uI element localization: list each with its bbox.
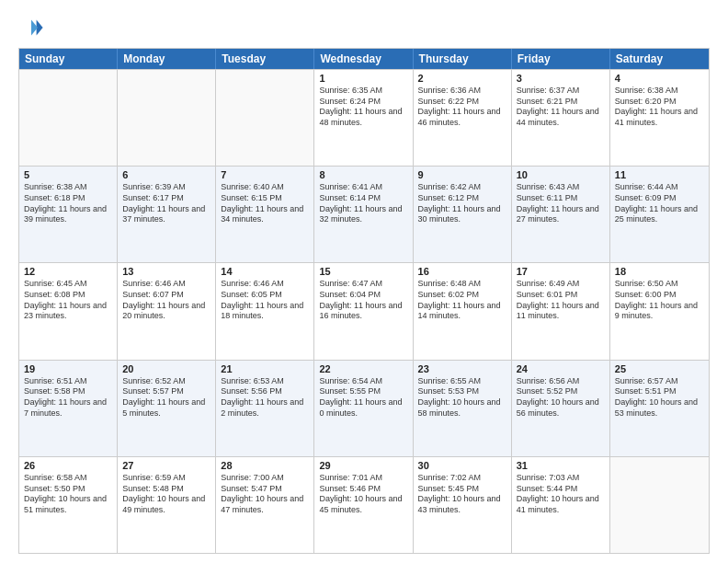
empty-cell bbox=[19, 70, 118, 166]
logo-icon bbox=[18, 15, 44, 40]
day-number: 12 bbox=[24, 266, 112, 277]
day-number: 14 bbox=[221, 266, 309, 277]
day-number: 31 bbox=[517, 460, 605, 471]
cell-details: Sunrise: 6:48 AM Sunset: 6:02 PM Dayligh… bbox=[418, 279, 506, 322]
cell-details: Sunrise: 7:00 AM Sunset: 5:47 PM Dayligh… bbox=[221, 473, 309, 516]
day-cell-10: 10Sunrise: 6:43 AM Sunset: 6:11 PM Dayli… bbox=[512, 167, 610, 262]
header-day-thursday: Thursday bbox=[414, 49, 512, 69]
calendar-row-4: 26Sunrise: 6:58 AM Sunset: 5:50 PM Dayli… bbox=[19, 456, 709, 553]
cell-details: Sunrise: 6:59 AM Sunset: 5:48 PM Dayligh… bbox=[122, 473, 210, 516]
day-cell-6: 6Sunrise: 6:39 AM Sunset: 6:17 PM Daylig… bbox=[118, 167, 216, 262]
day-cell-23: 23Sunrise: 6:55 AM Sunset: 5:53 PM Dayli… bbox=[414, 361, 512, 456]
day-number: 16 bbox=[418, 266, 506, 277]
calendar-row-0: 1Sunrise: 6:35 AM Sunset: 6:24 PM Daylig… bbox=[19, 69, 709, 166]
day-cell-28: 28Sunrise: 7:00 AM Sunset: 5:47 PM Dayli… bbox=[216, 457, 314, 553]
day-cell-31: 31Sunrise: 7:03 AM Sunset: 5:44 PM Dayli… bbox=[512, 457, 610, 553]
cell-details: Sunrise: 6:35 AM Sunset: 6:24 PM Dayligh… bbox=[319, 86, 407, 129]
cell-details: Sunrise: 6:58 AM Sunset: 5:50 PM Dayligh… bbox=[24, 473, 112, 516]
header bbox=[18, 15, 710, 40]
cell-details: Sunrise: 6:52 AM Sunset: 5:57 PM Dayligh… bbox=[122, 376, 210, 419]
day-cell-16: 16Sunrise: 6:48 AM Sunset: 6:02 PM Dayli… bbox=[414, 263, 512, 359]
header-day-tuesday: Tuesday bbox=[216, 49, 314, 69]
day-number: 22 bbox=[319, 363, 407, 374]
day-cell-17: 17Sunrise: 6:49 AM Sunset: 6:01 PM Dayli… bbox=[512, 263, 610, 359]
day-number: 7 bbox=[221, 169, 309, 180]
day-cell-8: 8Sunrise: 6:41 AM Sunset: 6:14 PM Daylig… bbox=[314, 167, 413, 262]
calendar-body: 1Sunrise: 6:35 AM Sunset: 6:24 PM Daylig… bbox=[19, 69, 709, 553]
day-number: 5 bbox=[24, 169, 112, 180]
day-number: 13 bbox=[122, 266, 210, 277]
calendar: SundayMondayTuesdayWednesdayThursdayFrid… bbox=[18, 48, 710, 554]
cell-details: Sunrise: 6:55 AM Sunset: 5:53 PM Dayligh… bbox=[418, 376, 506, 419]
day-cell-18: 18Sunrise: 6:50 AM Sunset: 6:00 PM Dayli… bbox=[610, 263, 709, 359]
header-day-saturday: Saturday bbox=[610, 49, 709, 69]
cell-details: Sunrise: 6:56 AM Sunset: 5:52 PM Dayligh… bbox=[517, 376, 605, 419]
header-day-wednesday: Wednesday bbox=[314, 49, 413, 69]
logo bbox=[18, 15, 48, 40]
day-cell-7: 7Sunrise: 6:40 AM Sunset: 6:15 PM Daylig… bbox=[216, 167, 314, 262]
day-number: 30 bbox=[418, 460, 506, 471]
cell-details: Sunrise: 6:51 AM Sunset: 5:58 PM Dayligh… bbox=[24, 376, 112, 419]
day-number: 1 bbox=[319, 73, 407, 84]
cell-details: Sunrise: 6:44 AM Sunset: 6:09 PM Dayligh… bbox=[615, 182, 704, 225]
day-number: 23 bbox=[418, 363, 506, 374]
cell-details: Sunrise: 6:38 AM Sunset: 6:20 PM Dayligh… bbox=[615, 86, 704, 129]
day-cell-4: 4Sunrise: 6:38 AM Sunset: 6:20 PM Daylig… bbox=[610, 70, 709, 166]
day-cell-27: 27Sunrise: 6:59 AM Sunset: 5:48 PM Dayli… bbox=[118, 457, 216, 553]
day-cell-22: 22Sunrise: 6:54 AM Sunset: 5:55 PM Dayli… bbox=[314, 361, 413, 456]
cell-details: Sunrise: 6:41 AM Sunset: 6:14 PM Dayligh… bbox=[319, 182, 407, 225]
cell-details: Sunrise: 6:50 AM Sunset: 6:00 PM Dayligh… bbox=[615, 279, 704, 322]
day-cell-13: 13Sunrise: 6:46 AM Sunset: 6:07 PM Dayli… bbox=[118, 263, 216, 359]
empty-cell bbox=[118, 70, 216, 166]
cell-details: Sunrise: 6:42 AM Sunset: 6:12 PM Dayligh… bbox=[418, 182, 506, 225]
header-day-friday: Friday bbox=[512, 49, 610, 69]
cell-details: Sunrise: 6:36 AM Sunset: 6:22 PM Dayligh… bbox=[418, 86, 506, 129]
day-number: 27 bbox=[122, 460, 210, 471]
header-day-sunday: Sunday bbox=[19, 49, 118, 69]
day-cell-29: 29Sunrise: 7:01 AM Sunset: 5:46 PM Dayli… bbox=[314, 457, 413, 553]
cell-details: Sunrise: 6:49 AM Sunset: 6:01 PM Dayligh… bbox=[517, 279, 605, 322]
day-cell-1: 1Sunrise: 6:35 AM Sunset: 6:24 PM Daylig… bbox=[314, 70, 413, 166]
day-number: 3 bbox=[517, 73, 605, 84]
cell-details: Sunrise: 7:01 AM Sunset: 5:46 PM Dayligh… bbox=[319, 473, 407, 516]
day-cell-30: 30Sunrise: 7:02 AM Sunset: 5:45 PM Dayli… bbox=[414, 457, 512, 553]
day-cell-9: 9Sunrise: 6:42 AM Sunset: 6:12 PM Daylig… bbox=[414, 167, 512, 262]
cell-details: Sunrise: 6:37 AM Sunset: 6:21 PM Dayligh… bbox=[517, 86, 605, 129]
cell-details: Sunrise: 6:43 AM Sunset: 6:11 PM Dayligh… bbox=[517, 182, 605, 225]
day-cell-19: 19Sunrise: 6:51 AM Sunset: 5:58 PM Dayli… bbox=[19, 361, 118, 456]
cell-details: Sunrise: 6:46 AM Sunset: 6:07 PM Dayligh… bbox=[122, 279, 210, 322]
day-cell-25: 25Sunrise: 6:57 AM Sunset: 5:51 PM Dayli… bbox=[610, 361, 709, 456]
day-cell-12: 12Sunrise: 6:45 AM Sunset: 6:08 PM Dayli… bbox=[19, 263, 118, 359]
empty-cell bbox=[610, 457, 709, 553]
day-number: 29 bbox=[319, 460, 407, 471]
day-cell-26: 26Sunrise: 6:58 AM Sunset: 5:50 PM Dayli… bbox=[19, 457, 118, 553]
day-number: 28 bbox=[221, 460, 309, 471]
cell-details: Sunrise: 6:40 AM Sunset: 6:15 PM Dayligh… bbox=[221, 182, 309, 225]
day-number: 26 bbox=[24, 460, 112, 471]
cell-details: Sunrise: 6:57 AM Sunset: 5:51 PM Dayligh… bbox=[615, 376, 704, 419]
day-number: 17 bbox=[517, 266, 605, 277]
day-number: 20 bbox=[122, 363, 210, 374]
empty-cell bbox=[216, 70, 314, 166]
page: SundayMondayTuesdayWednesdayThursdayFrid… bbox=[0, 0, 728, 563]
calendar-row-3: 19Sunrise: 6:51 AM Sunset: 5:58 PM Dayli… bbox=[19, 360, 709, 456]
day-number: 21 bbox=[221, 363, 309, 374]
day-cell-21: 21Sunrise: 6:53 AM Sunset: 5:56 PM Dayli… bbox=[216, 361, 314, 456]
calendar-header: SundayMondayTuesdayWednesdayThursdayFrid… bbox=[19, 49, 709, 69]
day-number: 6 bbox=[122, 169, 210, 180]
cell-details: Sunrise: 6:46 AM Sunset: 6:05 PM Dayligh… bbox=[221, 279, 309, 322]
day-cell-3: 3Sunrise: 6:37 AM Sunset: 6:21 PM Daylig… bbox=[512, 70, 610, 166]
day-cell-11: 11Sunrise: 6:44 AM Sunset: 6:09 PM Dayli… bbox=[610, 167, 709, 262]
day-number: 10 bbox=[517, 169, 605, 180]
cell-details: Sunrise: 6:47 AM Sunset: 6:04 PM Dayligh… bbox=[319, 279, 407, 322]
day-number: 19 bbox=[24, 363, 112, 374]
cell-details: Sunrise: 6:45 AM Sunset: 6:08 PM Dayligh… bbox=[24, 279, 112, 322]
day-number: 15 bbox=[319, 266, 407, 277]
calendar-row-1: 5Sunrise: 6:38 AM Sunset: 6:18 PM Daylig… bbox=[19, 166, 709, 262]
day-number: 2 bbox=[418, 73, 506, 84]
cell-details: Sunrise: 6:39 AM Sunset: 6:17 PM Dayligh… bbox=[122, 182, 210, 225]
cell-details: Sunrise: 6:53 AM Sunset: 5:56 PM Dayligh… bbox=[221, 376, 309, 419]
calendar-row-2: 12Sunrise: 6:45 AM Sunset: 6:08 PM Dayli… bbox=[19, 262, 709, 359]
day-cell-15: 15Sunrise: 6:47 AM Sunset: 6:04 PM Dayli… bbox=[314, 263, 413, 359]
day-number: 4 bbox=[615, 73, 704, 84]
